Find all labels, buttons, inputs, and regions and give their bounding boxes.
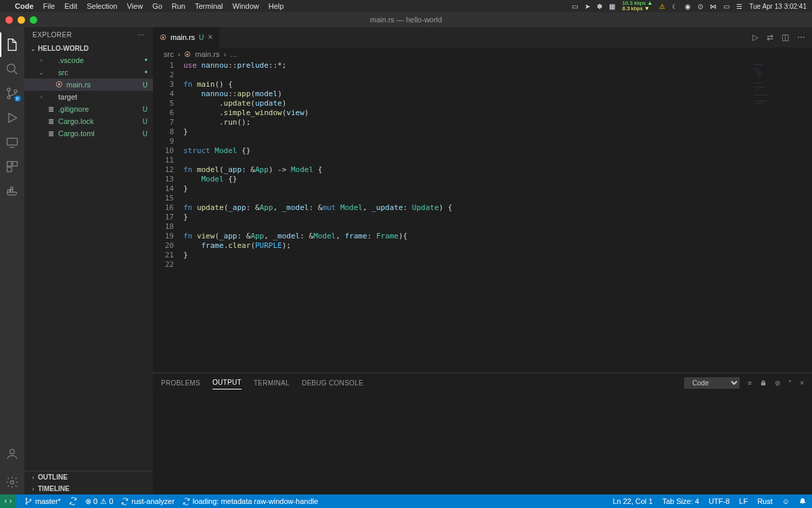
location-icon[interactable]: ➤ (585, 3, 590, 10)
minimap[interactable]: ▬▬▬ ▬▬▬▬▬▬▬▬▬ ▬▬▬▬ ▬▬▬▬▬▬▬ ▬▬▬▬▬ ▬▬▬▬▬▬▬… (751, 61, 812, 373)
activity-remote-explorer[interactable] (0, 130, 24, 154)
svg-point-4 (14, 90, 17, 93)
window-zoom-button[interactable] (30, 16, 37, 24)
menu-view[interactable]: View (127, 2, 143, 10)
sidebar-more-icon[interactable]: ⋯ (138, 31, 145, 39)
svg-point-0 (7, 64, 16, 72)
menubar-app-name[interactable]: Code (15, 2, 34, 10)
status-loading[interactable]: loading: metadata raw-window-handle (183, 497, 318, 505)
code-content[interactable]: use nannou::prelude::*; fn main() { nann… (183, 61, 812, 373)
circle-icon[interactable]: ◉ (685, 3, 691, 10)
menu-help[interactable]: Help (269, 2, 284, 10)
tree-item--gitignore[interactable]: ≣.gitignoreU (24, 103, 153, 115)
status-encoding[interactable]: UTF-8 (708, 497, 729, 505)
folder-header[interactable]: ⌄ HELLO-WORLD (24, 43, 153, 54)
tree-item-src[interactable]: ⌄src• (24, 66, 153, 79)
activity-explorer[interactable] (0, 33, 24, 57)
tree-item-main-rs[interactable]: ⦿main.rsU (24, 79, 153, 91)
folder-name: HELLO-WORLD (38, 45, 89, 52)
gear-icon (5, 475, 19, 489)
list-icon[interactable]: ≡ (748, 379, 752, 387)
panel-content[interactable] (153, 392, 812, 494)
breadcrumb-folder[interactable]: src (164, 50, 174, 58)
lock-icon[interactable]: 🔒︎ (760, 379, 767, 387)
activity-accounts[interactable] (0, 442, 24, 466)
battery-icon[interactable]: ▭ (572, 3, 578, 10)
menu-run[interactable]: Run (172, 2, 185, 10)
menu-go[interactable]: Go (152, 2, 162, 10)
close-icon[interactable]: × (208, 33, 212, 42)
tree-item-Cargo-lock[interactable]: ≣Cargo.lockU (24, 115, 153, 127)
svg-line-1 (14, 71, 18, 75)
editor-body[interactable]: 12345678910111213141516171819202122 use … (153, 61, 812, 373)
menu-selection[interactable]: Selection (87, 2, 117, 10)
panel-tab-debug-console[interactable]: DEBUG CONSOLE (302, 377, 363, 389)
chevron-down-icon: ⌄ (28, 45, 38, 52)
panel-tab-problems[interactable]: PROBLEMS (161, 377, 200, 389)
activity-search[interactable] (0, 57, 24, 81)
run-icon[interactable]: ▷ (752, 33, 759, 42)
activity-run-debug[interactable] (0, 106, 24, 130)
star-icon[interactable]: ✽ (597, 3, 602, 10)
output-channel-select[interactable]: Code (684, 377, 740, 389)
breadcrumb-file[interactable]: main.rs (195, 50, 219, 58)
svg-rect-12 (11, 187, 13, 189)
breadcrumb[interactable]: src › ⦿ main.rs › … (153, 47, 812, 61)
bowtie-icon[interactable]: ⋈ (710, 3, 717, 10)
tree-item-label: main.rs (66, 81, 143, 89)
status-tab-size[interactable]: Tab Size: 4 (662, 497, 699, 505)
editor-tab-main-rs[interactable]: ⦿ main.rs U × (153, 27, 220, 47)
activity-extensions[interactable] (0, 154, 24, 179)
remote-icon (5, 135, 19, 149)
status-problems[interactable]: ⊗ 0 ⚠ 0 (85, 497, 113, 506)
warning-icon[interactable]: ⚠ (659, 3, 665, 10)
panel-tab-output[interactable]: OUTPUT (212, 376, 242, 389)
menu-file[interactable]: File (43, 2, 55, 10)
menu-window[interactable]: Window (233, 2, 259, 10)
tree-item-label: Cargo.toml (58, 129, 143, 137)
status-cursor-position[interactable]: Ln 22, Col 1 (612, 497, 652, 505)
file-type-icon: ⦿ (54, 81, 64, 89)
timeline-section[interactable]: › TIMELINE (24, 483, 153, 494)
clear-icon[interactable]: ⊘ (775, 379, 780, 387)
bottom-panel: PROBLEMS OUTPUT TERMINAL DEBUG CONSOLE C… (153, 373, 812, 494)
status-rust-analyzer[interactable]: rust-analyzer (121, 497, 175, 505)
activity-settings[interactable] (0, 470, 24, 494)
status-sync[interactable] (69, 497, 77, 505)
panel-tab-terminal[interactable]: TERMINAL (254, 377, 290, 389)
menubar-datetime[interactable]: Tue Apr 13 3:02:41 (749, 3, 807, 10)
docker-icon (5, 184, 19, 198)
status-feedback-icon[interactable]: ☺ (782, 497, 790, 505)
breadcrumb-more[interactable]: … (230, 50, 238, 58)
files-icon (5, 38, 19, 51)
outline-section[interactable]: › OUTLINE (24, 471, 153, 483)
menu-terminal[interactable]: Terminal (195, 2, 223, 10)
tree-item--vscode[interactable]: ›.vscode• (24, 54, 153, 66)
more-actions-icon[interactable]: ⋯ (797, 33, 805, 42)
status-eol[interactable]: LF (739, 497, 748, 505)
remote-indicator[interactable] (0, 494, 16, 508)
status-git-branch[interactable]: master* (24, 497, 61, 505)
window-minimize-button[interactable] (18, 16, 25, 24)
menu-edit[interactable]: Edit (64, 2, 77, 10)
tree-item-Cargo-toml[interactable]: ≣Cargo.tomlU (24, 127, 153, 140)
activity-source-control[interactable]: 6 (0, 81, 24, 106)
close-panel-icon[interactable]: × (800, 379, 804, 387)
globe-icon[interactable]: ⊙ (698, 3, 703, 10)
grid-icon[interactable]: ▦ (609, 3, 615, 10)
diff-icon[interactable]: ⇄ (767, 33, 773, 42)
chevron-up-icon[interactable]: ˄ (788, 379, 792, 387)
status-bell-icon[interactable]: 🔔︎ (799, 497, 807, 505)
tree-item-target[interactable]: ›target (24, 91, 153, 103)
control-center-icon[interactable]: ☰ (736, 3, 742, 10)
split-editor-icon[interactable]: ◫ (782, 33, 789, 42)
activity-docker[interactable] (0, 179, 24, 203)
status-language[interactable]: Rust (757, 497, 773, 505)
scm-badge: 6 (14, 96, 21, 102)
svg-rect-9 (7, 167, 12, 172)
sync-icon (69, 497, 77, 505)
window-close-button[interactable] (5, 16, 13, 24)
display-icon[interactable]: ▭ (723, 3, 729, 10)
svg-point-17 (30, 499, 31, 501)
crescent-icon[interactable]: ☾ (672, 3, 678, 10)
